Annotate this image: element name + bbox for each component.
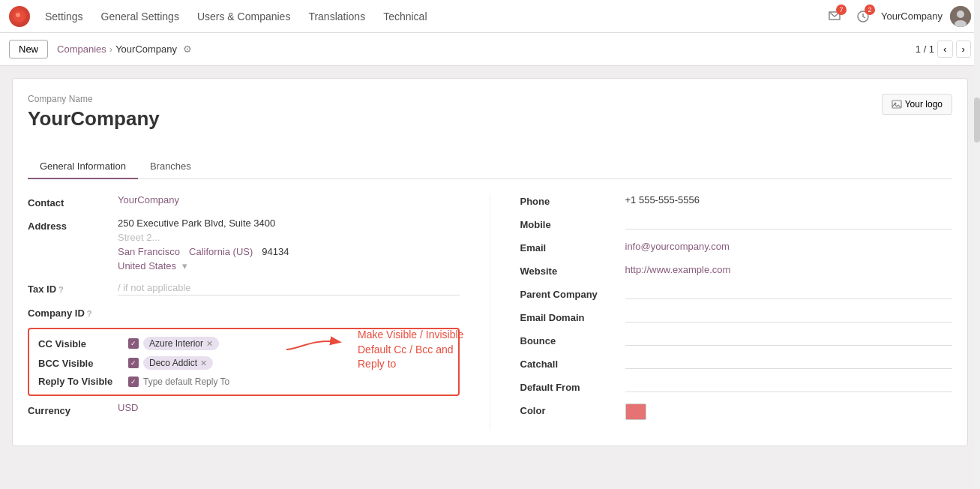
contact-value: YourCompany <box>118 194 460 206</box>
cc-visible-row: CC Visible ✓ Azure Interior ✕ <box>38 337 449 350</box>
taxid-label: Tax ID? <box>28 280 118 295</box>
nav-translations[interactable]: Translations <box>301 6 373 27</box>
breadcrumb-parent[interactable]: Companies <box>57 44 106 55</box>
cc-visible-value: ✓ Azure Interior ✕ <box>128 337 449 350</box>
bcc-visible-row: BCC Visible ✓ Deco Addict ✕ <box>38 356 449 370</box>
upload-logo-button[interactable]: Your logo <box>882 94 952 115</box>
annotation-container: CC Visible ✓ Azure Interior ✕ B <box>28 328 460 396</box>
main-content: Your logo Company Name YourCompany Gener… <box>0 66 980 470</box>
nav-general-settings[interactable]: General Settings <box>94 6 187 27</box>
activity-badge: 2 <box>865 4 875 15</box>
new-button[interactable]: New <box>9 40 48 58</box>
cc-visible-checkbox[interactable]: ✓ <box>128 338 139 349</box>
bcc-tag-label: Deco Addict <box>149 358 197 368</box>
bcc-tag-remove[interactable]: ✕ <box>200 358 207 368</box>
scrollbar[interactable] <box>974 0 980 470</box>
cc-tag: Azure Interior ✕ <box>143 337 219 350</box>
reply-to-input[interactable] <box>143 376 256 387</box>
email-link[interactable]: info@yourcompany.com <box>625 241 730 252</box>
default-from-field-row: Default From <box>520 380 953 393</box>
svg-point-1 <box>16 13 20 17</box>
email-domain-input[interactable] <box>625 310 953 322</box>
currency-value[interactable]: USD <box>118 402 460 413</box>
website-label: Website <box>520 264 625 277</box>
address-city[interactable]: San Francisco <box>118 246 180 257</box>
top-navigation: Settings General Settings Users & Compan… <box>0 0 980 33</box>
catchall-label: Catchall <box>520 357 625 370</box>
color-swatch[interactable] <box>625 404 646 420</box>
breadcrumb: Companies › YourCompany ⚙ <box>57 44 192 55</box>
message-badge: 7 <box>836 4 847 15</box>
color-field-row: Color <box>520 404 953 420</box>
mobile-input[interactable] <box>625 218 953 230</box>
bcc-visible-value: ✓ Deco Addict ✕ <box>128 356 449 370</box>
phone-label: Phone <box>520 194 625 207</box>
reply-to-visible-checkbox[interactable]: ✓ <box>128 376 139 387</box>
bounce-input[interactable] <box>625 334 953 346</box>
street2-placeholder[interactable]: Street 2... <box>118 232 460 243</box>
phone-value: +1 555-555-5556 <box>625 194 953 207</box>
pagination-text: 1 / 1 <box>916 44 934 55</box>
company-name-nav[interactable]: YourCompany <box>881 10 943 22</box>
catchall-field-row: Catchall <box>520 357 953 370</box>
country-dropdown-arrow[interactable]: ▾ <box>182 260 187 272</box>
phone-field-row: Phone +1 555-555-5556 <box>520 194 953 207</box>
website-value: http://www.example.com <box>625 264 953 277</box>
breadcrumb-current: YourCompany <box>115 44 177 55</box>
settings-gear-icon[interactable]: ⚙ <box>183 44 192 55</box>
pagination-prev[interactable]: ‹ <box>937 40 952 58</box>
pagination: 1 / 1 ‹ › <box>916 40 971 58</box>
highlight-box: CC Visible ✓ Azure Interior ✕ B <box>28 328 460 396</box>
contact-link[interactable]: YourCompany <box>118 194 179 206</box>
pagination-next[interactable]: › <box>956 40 971 58</box>
taxid-field-row: Tax ID? <box>28 280 460 296</box>
nav-settings[interactable]: Settings <box>37 6 91 27</box>
currency-label: Currency <box>28 402 118 416</box>
app-logo[interactable] <box>9 6 30 27</box>
user-avatar[interactable] <box>950 6 971 27</box>
catchall-input[interactable] <box>625 357 953 369</box>
topnav-right: 7 2 YourCompany <box>824 6 971 27</box>
company-name-title: YourCompany <box>28 107 952 130</box>
address-country[interactable]: United States <box>118 260 176 272</box>
scrollbar-thumb[interactable] <box>974 98 980 142</box>
activity-notification[interactable]: 2 <box>853 6 874 27</box>
default-from-input[interactable] <box>625 380 953 392</box>
form-card: Your logo Company Name YourCompany Gener… <box>12 78 968 446</box>
companyid-help-icon[interactable]: ? <box>87 309 92 318</box>
tab-general-information[interactable]: General Information <box>28 154 138 179</box>
taxid-help-icon[interactable]: ? <box>58 285 64 294</box>
website-link[interactable]: http://www.example.com <box>625 264 731 275</box>
email-label: Email <box>520 241 625 254</box>
bcc-tag: Deco Addict ✕ <box>143 356 213 370</box>
taxid-input-wrapper <box>118 280 460 296</box>
bounce-input-wrapper <box>625 334 953 346</box>
nav-technical[interactable]: Technical <box>376 6 434 27</box>
parent-company-input-wrapper <box>625 287 953 300</box>
color-label: Color <box>520 404 625 420</box>
bounce-label: Bounce <box>520 334 625 346</box>
parent-company-input[interactable] <box>625 287 953 299</box>
default-from-input-wrapper <box>625 380 953 393</box>
currency-field-row: Currency USD <box>28 402 460 416</box>
nav-users-companies[interactable]: Users & Companies <box>190 6 298 27</box>
breadcrumb-bar: New Companies › YourCompany ⚙ 1 / 1 ‹ › <box>0 33 980 66</box>
catchall-input-wrapper <box>625 357 953 370</box>
address-field-row: Address 250 Executive Park Blvd, Suite 3… <box>28 218 460 272</box>
form-grid: Contact YourCompany Address 250 Executiv… <box>28 194 952 430</box>
contact-label: Contact <box>28 194 118 208</box>
address-state[interactable]: California (US) <box>189 246 253 257</box>
email-value: info@yourcompany.com <box>625 241 953 254</box>
reply-to-visible-row: Reply To Visible ✓ <box>38 376 449 387</box>
bounce-field-row: Bounce <box>520 334 953 346</box>
address-zip[interactable]: 94134 <box>262 246 289 257</box>
form-right: Phone +1 555-555-5556 Mobile Email info@… <box>490 194 953 430</box>
message-notification[interactable]: 7 <box>824 6 845 27</box>
website-field-row: Website http://www.example.com <box>520 264 953 277</box>
cc-tag-remove[interactable]: ✕ <box>206 339 213 349</box>
mobile-field-row: Mobile <box>520 218 953 230</box>
taxid-input[interactable] <box>118 280 460 296</box>
email-domain-label: Email Domain <box>520 310 625 323</box>
bcc-visible-checkbox[interactable]: ✓ <box>128 358 139 368</box>
tab-branches[interactable]: Branches <box>138 154 203 179</box>
